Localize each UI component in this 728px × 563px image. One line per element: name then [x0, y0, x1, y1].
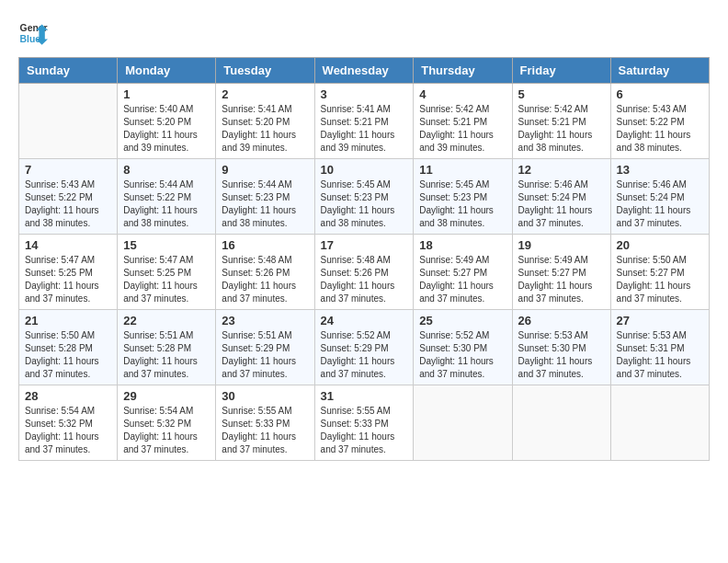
calendar-day-13: 13Sunrise: 5:46 AM Sunset: 5:24 PM Dayli… [610, 159, 709, 235]
calendar-day-23: 23Sunrise: 5:51 AM Sunset: 5:29 PM Dayli… [216, 310, 314, 385]
day-info: Sunrise: 5:41 AM Sunset: 5:20 PM Dayligh… [222, 103, 308, 155]
calendar-day-19: 19Sunrise: 5:49 AM Sunset: 5:27 PM Dayli… [512, 235, 610, 310]
calendar-day-12: 12Sunrise: 5:46 AM Sunset: 5:24 PM Dayli… [512, 159, 610, 235]
day-number: 2 [222, 87, 308, 101]
day-number: 21 [25, 314, 111, 327]
day-info: Sunrise: 5:49 AM Sunset: 5:27 PM Dayligh… [419, 254, 506, 305]
day-info: Sunrise: 5:46 AM Sunset: 5:24 PM Dayligh… [518, 178, 605, 230]
day-number: 26 [518, 314, 605, 327]
day-number: 25 [419, 314, 506, 327]
day-number: 5 [518, 87, 605, 101]
day-number: 14 [25, 238, 111, 252]
day-number: 9 [222, 163, 308, 177]
day-info: Sunrise: 5:43 AM Sunset: 5:22 PM Dayligh… [25, 178, 111, 230]
day-info: Sunrise: 5:41 AM Sunset: 5:21 PM Dayligh… [321, 103, 408, 155]
day-number: 19 [518, 238, 605, 252]
calendar-week-row: 28Sunrise: 5:54 AM Sunset: 5:32 PM Dayli… [19, 385, 710, 461]
calendar-day-5: 5Sunrise: 5:42 AM Sunset: 5:21 PM Daylig… [512, 84, 610, 159]
calendar-table: SundayMondayTuesdayWednesdayThursdayFrid… [18, 57, 710, 461]
calendar-day-6: 6Sunrise: 5:43 AM Sunset: 5:22 PM Daylig… [610, 84, 709, 159]
calendar-day-10: 10Sunrise: 5:45 AM Sunset: 5:23 PM Dayli… [314, 159, 414, 235]
calendar-day-15: 15Sunrise: 5:47 AM Sunset: 5:25 PM Dayli… [118, 235, 216, 310]
day-info: Sunrise: 5:42 AM Sunset: 5:21 PM Dayligh… [419, 103, 506, 155]
day-info: Sunrise: 5:40 AM Sunset: 5:20 PM Dayligh… [123, 103, 210, 155]
calendar-day-26: 26Sunrise: 5:53 AM Sunset: 5:30 PM Dayli… [512, 310, 610, 385]
calendar-day-24: 24Sunrise: 5:52 AM Sunset: 5:29 PM Dayli… [314, 310, 414, 385]
calendar-day-11: 11Sunrise: 5:45 AM Sunset: 5:23 PM Dayli… [414, 159, 512, 235]
day-number: 12 [518, 163, 605, 177]
day-number: 11 [419, 163, 506, 177]
day-info: Sunrise: 5:51 AM Sunset: 5:28 PM Dayligh… [123, 329, 210, 381]
calendar-day-14: 14Sunrise: 5:47 AM Sunset: 5:25 PM Dayli… [19, 235, 118, 310]
day-info: Sunrise: 5:43 AM Sunset: 5:22 PM Dayligh… [617, 103, 703, 155]
calendar-week-row: 21Sunrise: 5:50 AM Sunset: 5:28 PM Dayli… [19, 310, 710, 385]
day-number: 18 [419, 238, 506, 252]
page-header: General Blue [18, 18, 710, 48]
calendar-day-31: 31Sunrise: 5:55 AM Sunset: 5:33 PM Dayli… [314, 385, 414, 461]
day-info: Sunrise: 5:53 AM Sunset: 5:31 PM Dayligh… [617, 329, 703, 381]
day-info: Sunrise: 5:46 AM Sunset: 5:24 PM Dayligh… [617, 178, 703, 230]
day-number: 13 [617, 163, 703, 177]
day-info: Sunrise: 5:54 AM Sunset: 5:32 PM Dayligh… [25, 405, 111, 456]
calendar-day-2: 2Sunrise: 5:41 AM Sunset: 5:20 PM Daylig… [216, 84, 314, 159]
calendar-day-1: 1Sunrise: 5:40 AM Sunset: 5:20 PM Daylig… [118, 84, 216, 159]
calendar-day-25: 25Sunrise: 5:52 AM Sunset: 5:30 PM Dayli… [414, 310, 512, 385]
day-number: 23 [222, 314, 308, 327]
calendar-day-29: 29Sunrise: 5:54 AM Sunset: 5:32 PM Dayli… [118, 385, 216, 461]
day-info: Sunrise: 5:45 AM Sunset: 5:23 PM Dayligh… [321, 178, 408, 230]
calendar-header-row: SundayMondayTuesdayWednesdayThursdayFrid… [19, 58, 710, 84]
calendar-day-22: 22Sunrise: 5:51 AM Sunset: 5:28 PM Dayli… [118, 310, 216, 385]
calendar-week-row: 7Sunrise: 5:43 AM Sunset: 5:22 PM Daylig… [19, 159, 710, 235]
day-info: Sunrise: 5:48 AM Sunset: 5:26 PM Dayligh… [222, 254, 308, 305]
day-info: Sunrise: 5:50 AM Sunset: 5:27 PM Dayligh… [617, 254, 703, 305]
calendar-day-4: 4Sunrise: 5:42 AM Sunset: 5:21 PM Daylig… [414, 84, 512, 159]
day-info: Sunrise: 5:44 AM Sunset: 5:22 PM Dayligh… [123, 178, 210, 230]
calendar-day-8: 8Sunrise: 5:44 AM Sunset: 5:22 PM Daylig… [118, 159, 216, 235]
day-number: 16 [222, 238, 308, 252]
day-info: Sunrise: 5:52 AM Sunset: 5:29 PM Dayligh… [321, 329, 408, 381]
day-info: Sunrise: 5:55 AM Sunset: 5:33 PM Dayligh… [321, 405, 408, 456]
day-number: 8 [123, 163, 210, 177]
day-number: 20 [617, 238, 703, 252]
calendar-empty-cell [610, 385, 709, 461]
calendar-day-21: 21Sunrise: 5:50 AM Sunset: 5:28 PM Dayli… [19, 310, 118, 385]
day-number: 4 [419, 87, 506, 101]
day-info: Sunrise: 5:47 AM Sunset: 5:25 PM Dayligh… [25, 254, 111, 305]
day-number: 22 [123, 314, 210, 327]
calendar-day-20: 20Sunrise: 5:50 AM Sunset: 5:27 PM Dayli… [610, 235, 709, 310]
day-number: 27 [617, 314, 703, 327]
day-info: Sunrise: 5:42 AM Sunset: 5:21 PM Dayligh… [518, 103, 605, 155]
day-info: Sunrise: 5:49 AM Sunset: 5:27 PM Dayligh… [518, 254, 605, 305]
calendar-day-3: 3Sunrise: 5:41 AM Sunset: 5:21 PM Daylig… [314, 84, 414, 159]
day-info: Sunrise: 5:52 AM Sunset: 5:30 PM Dayligh… [419, 329, 506, 381]
calendar-day-9: 9Sunrise: 5:44 AM Sunset: 5:23 PM Daylig… [216, 159, 314, 235]
calendar-week-row: 1Sunrise: 5:40 AM Sunset: 5:20 PM Daylig… [19, 84, 710, 159]
calendar-header-wednesday: Wednesday [314, 58, 414, 84]
day-number: 17 [321, 238, 408, 252]
day-number: 31 [321, 389, 408, 403]
day-number: 10 [321, 163, 408, 177]
calendar-week-row: 14Sunrise: 5:47 AM Sunset: 5:25 PM Dayli… [19, 235, 710, 310]
calendar-day-28: 28Sunrise: 5:54 AM Sunset: 5:32 PM Dayli… [19, 385, 118, 461]
day-number: 15 [123, 238, 210, 252]
calendar-day-17: 17Sunrise: 5:48 AM Sunset: 5:26 PM Dayli… [314, 235, 414, 310]
day-number: 7 [25, 163, 111, 177]
calendar-empty-cell [512, 385, 610, 461]
calendar-header-sunday: Sunday [19, 58, 118, 84]
day-number: 24 [321, 314, 408, 327]
day-number: 3 [321, 87, 408, 101]
svg-text:Blue: Blue [20, 34, 41, 44]
day-info: Sunrise: 5:55 AM Sunset: 5:33 PM Dayligh… [222, 405, 308, 456]
calendar-header-saturday: Saturday [610, 58, 709, 84]
day-info: Sunrise: 5:47 AM Sunset: 5:25 PM Dayligh… [123, 254, 210, 305]
calendar-empty-cell [414, 385, 512, 461]
logo: General Blue [18, 18, 51, 48]
calendar-header-monday: Monday [118, 58, 216, 84]
day-info: Sunrise: 5:45 AM Sunset: 5:23 PM Dayligh… [419, 178, 506, 230]
calendar-header-tuesday: Tuesday [216, 58, 314, 84]
calendar-day-16: 16Sunrise: 5:48 AM Sunset: 5:26 PM Dayli… [216, 235, 314, 310]
day-number: 29 [123, 389, 210, 403]
calendar-day-30: 30Sunrise: 5:55 AM Sunset: 5:33 PM Dayli… [216, 385, 314, 461]
day-info: Sunrise: 5:51 AM Sunset: 5:29 PM Dayligh… [222, 329, 308, 381]
calendar-header-thursday: Thursday [414, 58, 512, 84]
